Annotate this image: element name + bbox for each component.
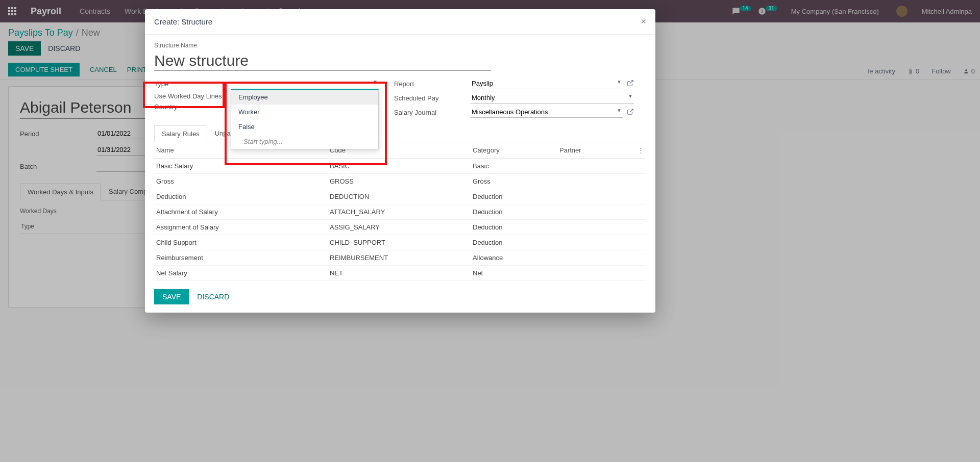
rule-name: Basic Salary xyxy=(154,159,328,174)
table-row[interactable]: Attachment of SalaryATTACH_SALARYDeducti… xyxy=(154,204,646,220)
type-option-false[interactable]: False xyxy=(231,119,378,134)
table-row[interactable]: ReimbursementREIMBURSEMENTAllowance xyxy=(154,250,646,266)
rule-category: Deduction xyxy=(471,235,557,250)
use-worked-label: Use Worked Day Lines xyxy=(154,92,231,100)
rule-category: Net xyxy=(471,266,557,281)
type-option-typing[interactable]: Start typing... xyxy=(231,134,378,149)
scheduled-pay-select[interactable] xyxy=(471,92,634,104)
scheduled-pay-label: Scheduled Pay xyxy=(394,94,471,102)
type-select[interactable] xyxy=(231,78,379,89)
table-row[interactable]: Assignment of SalaryASSIG_SALARYDeductio… xyxy=(154,220,646,235)
table-row[interactable]: Net SalaryNETNet xyxy=(154,266,646,281)
country-label: Country xyxy=(154,103,231,111)
rule-name: Deduction xyxy=(154,189,328,204)
rule-code: REIMBURSEMENT xyxy=(328,250,471,266)
rule-name: Gross xyxy=(154,174,328,189)
rule-code: DEDUCTION xyxy=(328,189,471,204)
col-partner: Partner xyxy=(557,142,635,159)
report-label: Report xyxy=(394,80,471,88)
rule-category: Deduction xyxy=(471,220,557,235)
rule-code: BASIC xyxy=(328,159,471,174)
modal-save-button[interactable]: SAVE xyxy=(154,289,189,304)
salary-rules-table: Name Code Category Partner ⋮ Basic Salar… xyxy=(154,142,646,281)
rule-name: Reimbursement xyxy=(154,250,328,266)
rule-code: ATTACH_SALARY xyxy=(328,204,471,220)
close-icon[interactable]: × xyxy=(641,16,646,27)
rule-code: ASSIG_SALARY xyxy=(328,220,471,235)
rule-category: Deduction xyxy=(471,189,557,204)
salary-journal-select[interactable] xyxy=(471,107,623,118)
rule-category: Allowance xyxy=(471,250,557,266)
rule-code: NET xyxy=(328,266,471,281)
table-row[interactable]: Basic SalaryBASICBasic xyxy=(154,159,646,174)
rule-name: Assignment of Salary xyxy=(154,220,328,235)
rule-code: GROSS xyxy=(328,174,471,189)
rule-name: Child Support xyxy=(154,235,328,250)
modal-title: Create: Structure xyxy=(154,17,212,26)
rule-name: Attachment of Salary xyxy=(154,204,328,220)
rule-name: Net Salary xyxy=(154,266,328,281)
table-row[interactable]: GrossGROSSGross xyxy=(154,174,646,189)
table-row[interactable]: DeductionDEDUCTIONDeduction xyxy=(154,189,646,204)
type-dropdown: Employee Worker False Start typing... xyxy=(231,89,379,149)
rule-category: Basic xyxy=(471,159,557,174)
salary-journal-label: Salary Journal xyxy=(394,109,471,116)
table-row[interactable]: Child SupportCHILD_SUPPORTDeduction xyxy=(154,235,646,250)
type-label: Type xyxy=(154,80,231,88)
col-category: Category xyxy=(471,142,557,159)
tab-salary-rules[interactable]: Salary Rules xyxy=(154,125,207,142)
modal-discard-button[interactable]: DISCARD xyxy=(197,289,229,304)
type-option-employee[interactable]: Employee xyxy=(231,90,378,105)
external-link-icon[interactable] xyxy=(627,108,634,117)
report-select[interactable] xyxy=(471,78,623,89)
rule-category: Gross xyxy=(471,174,557,189)
rule-code: CHILD_SUPPORT xyxy=(328,235,471,250)
create-structure-modal: Create: Structure × Structure Name Type … xyxy=(145,9,655,313)
kebab-icon[interactable]: ⋮ xyxy=(635,142,646,159)
structure-name-label: Structure Name xyxy=(154,42,646,49)
external-link-icon[interactable] xyxy=(627,80,634,88)
rule-category: Deduction xyxy=(471,204,557,220)
type-option-worker[interactable]: Worker xyxy=(231,105,378,119)
structure-name-input[interactable] xyxy=(154,51,491,71)
